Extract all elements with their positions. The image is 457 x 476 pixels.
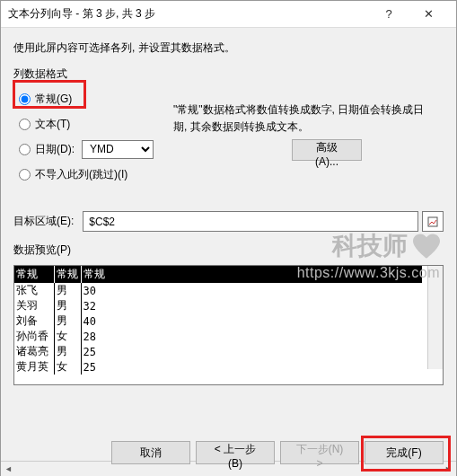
radio-date-input[interactable] bbox=[19, 144, 31, 155]
titlebar: 文本分列向导 - 第 3 步, 共 3 步 ? ✕ bbox=[1, 1, 456, 28]
radio-date[interactable]: 日期(D): YMD bbox=[19, 137, 444, 161]
radio-text-input[interactable] bbox=[19, 119, 31, 130]
table-row: 关羽男32 bbox=[14, 298, 422, 313]
column-format-label: 列数据格式 bbox=[13, 66, 444, 82]
table-cell: 黄月英 bbox=[14, 359, 54, 375]
preview-header[interactable]: 常规 bbox=[81, 266, 422, 283]
preview-box: 常规 常规 常规 张飞男30关羽男32刘备男40孙尚香女28诸葛亮男25黄月英女… bbox=[13, 265, 444, 385]
next-button: 下一步(N) > bbox=[280, 441, 359, 464]
table-cell: 诸葛亮 bbox=[14, 344, 54, 359]
table-cell: 刘备 bbox=[14, 313, 54, 329]
preview-label: 数据预览(P) bbox=[13, 242, 444, 258]
table-row: 张飞男30 bbox=[14, 283, 422, 298]
preview-header[interactable]: 常规 bbox=[54, 266, 81, 283]
cancel-button[interactable]: 取消 bbox=[111, 441, 190, 464]
radio-skip-label: 不导入此列(跳过)(I) bbox=[35, 167, 127, 182]
wizard-dialog: 文本分列向导 - 第 3 步, 共 3 步 ? ✕ 使用此屏内容可选择各列, 并… bbox=[0, 0, 457, 476]
table-row: 诸葛亮男25 bbox=[14, 344, 422, 359]
table-cell: 孙尚香 bbox=[14, 329, 54, 344]
table-cell: 张飞 bbox=[14, 283, 54, 298]
window-controls: ? ✕ bbox=[371, 4, 449, 24]
finish-button[interactable]: 完成(F) bbox=[365, 441, 444, 464]
preview-table: 常规 常规 常规 张飞男30关羽男32刘备男40孙尚香女28诸葛亮男25黄月英女… bbox=[14, 266, 422, 375]
format-description: "常规"数据格式将数值转换成数字, 日期值会转换成日期, 其余数据则转换成文本。 bbox=[173, 101, 434, 136]
close-button[interactable]: ✕ bbox=[409, 4, 449, 24]
instruction-text: 使用此屏内容可选择各列, 并设置其数据格式。 bbox=[13, 40, 444, 56]
target-label: 目标区域(E): bbox=[13, 214, 74, 229]
preview-header[interactable]: 常规 bbox=[14, 266, 54, 283]
table-row: 孙尚香女28 bbox=[14, 329, 422, 344]
table-cell: 男 bbox=[54, 344, 81, 359]
table-row: 刘备男40 bbox=[14, 313, 422, 329]
table-cell: 女 bbox=[54, 359, 81, 375]
table-cell: 32 bbox=[81, 298, 422, 313]
target-input[interactable] bbox=[83, 211, 418, 232]
table-cell: 关羽 bbox=[14, 298, 54, 313]
back-button[interactable]: < 上一步(B) bbox=[196, 441, 275, 464]
table-cell: 男 bbox=[54, 298, 81, 313]
table-cell: 30 bbox=[81, 283, 422, 298]
range-picker-icon bbox=[427, 216, 438, 227]
table-cell: 男 bbox=[54, 283, 81, 298]
footer-buttons: 取消 < 上一步(B) 下一步(N) > 完成(F) bbox=[111, 441, 444, 464]
scroll-left-icon[interactable]: ◄ bbox=[1, 462, 16, 477]
table-cell: 25 bbox=[81, 344, 422, 359]
date-format-combo[interactable]: YMD bbox=[82, 140, 154, 159]
radio-text-label: 文本(T) bbox=[35, 117, 70, 132]
preview-header-row: 常规 常规 常规 bbox=[14, 266, 422, 283]
preview-scroll-vertical[interactable] bbox=[427, 266, 443, 369]
table-cell: 40 bbox=[81, 313, 422, 329]
table-cell: 28 bbox=[81, 329, 422, 344]
advanced-button[interactable]: 高级(A)... bbox=[292, 139, 362, 161]
help-button[interactable]: ? bbox=[371, 4, 407, 24]
window-title: 文本分列向导 - 第 3 步, 共 3 步 bbox=[8, 6, 155, 22]
table-row: 黄月英女25 bbox=[14, 359, 422, 375]
radio-date-label: 日期(D): bbox=[35, 142, 75, 157]
radio-skip-input[interactable] bbox=[19, 169, 31, 181]
range-picker-button[interactable] bbox=[422, 211, 444, 232]
table-cell: 男 bbox=[54, 313, 81, 329]
radio-general-input[interactable] bbox=[19, 93, 31, 105]
table-cell: 25 bbox=[81, 359, 422, 375]
svg-rect-0 bbox=[428, 217, 437, 226]
radio-general-label: 常规(G) bbox=[35, 92, 72, 107]
table-cell: 女 bbox=[54, 329, 81, 344]
radio-skip[interactable]: 不导入此列(跳过)(I) bbox=[19, 163, 444, 186]
